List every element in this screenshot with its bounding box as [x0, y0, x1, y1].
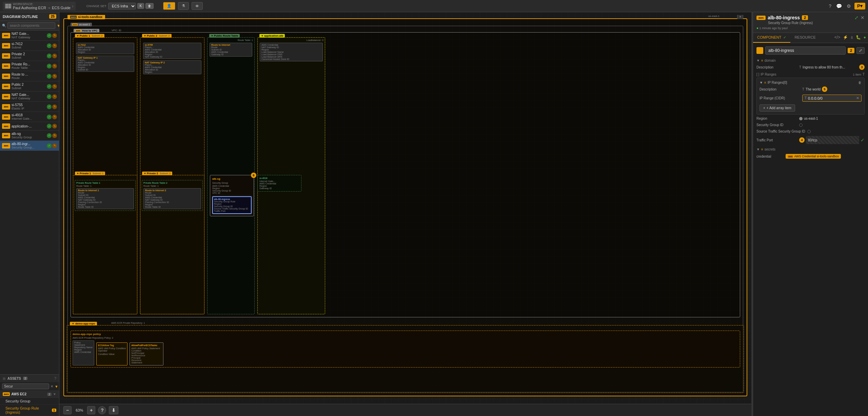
assets-filter-icon[interactable]: ▼ [55, 384, 58, 389]
asset-group-collapse-icon[interactable]: ▼ [53, 392, 56, 396]
sidebar-item-si5755[interactable]: aws si-5755 Elastic IP ✓ ✎ [0, 102, 59, 112]
ip-ranges-0-delete-icon[interactable]: 🗑 [858, 81, 862, 84]
asset-type-sgr[interactable]: Security Group Rule (Ingress) 1 [0, 405, 59, 416]
sidebar-item-nat-gateway-2[interactable]: aws NAT Gate... NAT Gateway ✓ ✎ [0, 92, 59, 102]
route-internet-2-node[interactable]: Route to Internet 2 Route Subnet ID AWS … [143, 188, 201, 209]
secrets-header[interactable]: ▼ ≡ secrets [756, 147, 865, 151]
si-action-edit[interactable]: ✎ [52, 143, 57, 148]
si-action-edit[interactable]: ✎ [52, 133, 57, 138]
add-array-item-button[interactable]: + + Add array item [760, 104, 795, 112]
debug-icon[interactable]: 🐛 [855, 34, 862, 41]
si-action-check[interactable]: ✓ [47, 94, 52, 99]
si-info: Private Ro... Route Table [12, 62, 45, 70]
sidebar-item-nat-gateway-1[interactable]: aws NAT Gate... NAT Gateway ✓ ✎ [0, 31, 59, 41]
nat-gw-ip2-node[interactable]: NAT Gateway IP 2 Planm... AWS Credential… [143, 60, 201, 74]
diff-icon[interactable]: ± [850, 34, 854, 41]
sidebar-item-alb-sg[interactable]: aws alb-sg Security Group ✓ ✎ [0, 131, 59, 141]
nav-flask-button[interactable]: ⚗ [178, 2, 189, 10]
si-action-check[interactable]: ✓ [47, 64, 52, 68]
si-action-edit[interactable]: ✎ [52, 104, 57, 109]
assets-search-input[interactable] [2, 383, 49, 389]
sidebar-item-si4918[interactable]: aws si-4918 Internet Gate... ✓ ✎ [0, 112, 59, 122]
component-check-icon: ✓ [783, 35, 786, 39]
help-button[interactable]: ? [827, 3, 833, 9]
si-action-check[interactable]: ✓ [47, 54, 52, 58]
search-bar: 🔍 ▼ [0, 21, 59, 31]
sidebar-item-public2[interactable]: aws Public 2 Subnet ✓ ✎ [0, 81, 59, 92]
sidebar-item-application-alb[interactable]: aws application-... ✓ ✎ [0, 122, 59, 131]
ip-ranges-0-header[interactable]: ▼ ≡ IP Ranges[0] 🗑 [760, 81, 862, 84]
allow-pull-node[interactable]: AllowPullForECSTasks AWS IAM Policy Stat… [130, 342, 163, 365]
si-name: Public 2 [12, 83, 45, 86]
si4918-node[interactable]: si-4918 Internet Gate... AWS Credential … [257, 175, 301, 192]
si-action-edit[interactable]: ✎ [52, 115, 57, 119]
si-action-edit[interactable]: ✎ [52, 74, 57, 79]
user-button[interactable]: P▾ [854, 3, 865, 9]
alb80-ingress-inner[interactable]: alb-80-ingress Security Group Rule Regio… [212, 196, 252, 214]
source-sg-empty-circle [807, 130, 811, 133]
si5755-node[interactable]: si-5755 Planm... AWS Credential Allocati… [143, 43, 201, 59]
canvas-area[interactable]: aws si-tools-sandbox us-east-1 + aws us-… [59, 12, 751, 416]
tab-resource[interactable]: RESOURCE [790, 33, 820, 43]
si-action-check[interactable]: ✓ [47, 84, 52, 89]
close-icon[interactable]: ✕ [51, 384, 53, 388]
route-internet-1-node[interactable]: Route to Internet 1 Route Subnet ID AWS … [76, 188, 134, 209]
si-action-edit[interactable]: ✎ [52, 33, 57, 38]
alb-inner-node[interactable]: AWS Credential NAT Gateway ID Region Loa… [260, 43, 323, 61]
nested-desc-label: Description [760, 87, 800, 91]
si-action-edit[interactable]: ✎ [52, 43, 57, 48]
si-action-edit[interactable]: ✎ [52, 64, 57, 68]
si-action-check[interactable]: ✓ [47, 104, 52, 109]
download-button[interactable]: ⬇ [109, 406, 118, 414]
sandbox-add-btn[interactable]: + [737, 15, 743, 19]
si-action-check[interactable]: ✓ [47, 74, 52, 79]
si-action-edit[interactable]: ✎ [52, 94, 57, 99]
aws-icon: aws [2, 114, 10, 120]
route-internet-node[interactable]: Route to Internet Route Subnet ID AWS Cr… [210, 43, 252, 57]
changeset-select[interactable]: ECS Infra [108, 3, 136, 9]
si-action-check[interactable]: ✓ [47, 43, 52, 48]
chat-button[interactable]: 💬 [835, 3, 843, 9]
sidebar-item-route-to[interactable]: aws Route to ... Route ✓ ✎ [0, 71, 59, 81]
component-name-input[interactable] [765, 46, 846, 55]
nav-people-button[interactable]: 👤 [163, 2, 175, 10]
qualifications-icon[interactable]: ⚡ [842, 34, 849, 41]
zoom-out-button[interactable]: − [63, 406, 72, 414]
settings-button[interactable]: ⚙ [845, 3, 852, 9]
si-action-edit[interactable]: ✎ [52, 124, 57, 128]
sidebar-item-private-route[interactable]: aws Private Ro... Route Table ✓ ✎ [0, 61, 59, 71]
assets-help-icon[interactable]: ? [54, 376, 56, 380]
sidebar-item-si7412[interactable]: aws si-7412 Subnet ✓ ✎ [0, 41, 59, 51]
code-icon[interactable]: </> [834, 34, 841, 41]
nat-gw-ip1-node[interactable]: NAT Gateway IP 1 Planm... AWS Credential… [76, 56, 134, 72]
rp-expand-icon[interactable]: ⤢ [854, 15, 859, 20]
rp-component-row: 2 ⤢ [756, 46, 865, 55]
ecs-allow-tag-node[interactable]: ECSAllow Tag AWS IAM Policy Condition Op… [96, 342, 127, 365]
cidr-input[interactable] [808, 96, 855, 100]
component-expand-btn[interactable]: ⤢ [856, 47, 865, 54]
si-action-check[interactable]: ✓ [47, 33, 52, 38]
help-circle-button[interactable]: ? [98, 406, 106, 414]
si-action-edit[interactable]: ✎ [52, 84, 57, 89]
si-action-check[interactable]: ✓ [47, 143, 52, 148]
asset-type-sg[interactable]: Security Group [0, 398, 59, 405]
tab-component[interactable]: COMPONENT ✓ [753, 33, 790, 43]
si7412-node[interactable]: si-7412 AWS Credential Allocation ID Reg… [76, 43, 134, 54]
kbd-button[interactable]: K [137, 3, 144, 9]
policy-node[interactable]: Policy Statement Repository Name Region … [73, 340, 94, 365]
rp-close-icon[interactable]: ✕ [861, 15, 865, 20]
domain-section-header[interactable]: ▼ ≡ domain [756, 59, 865, 62]
ip-ranges-0-section: ▼ ≡ IP Ranges[0] 🗑 Description T The wor… [756, 78, 865, 115]
zoom-in-button[interactable]: + [87, 406, 95, 414]
nested-description-row: Description T The world 5 [760, 86, 862, 92]
si-action-check[interactable]: ✓ [47, 124, 52, 128]
nav-eye-button[interactable]: 👁 [192, 2, 203, 10]
delete-button[interactable]: 🗑 [145, 3, 154, 9]
sidebar-item-private2[interactable]: aws Private 2 Subnet ✓ ✎ [0, 51, 59, 61]
si-action-edit[interactable]: ✎ [52, 54, 57, 58]
si-action-check[interactable]: ✓ [47, 115, 52, 119]
si-action-check[interactable]: ✓ [47, 133, 52, 138]
sidebar-item-alb80-ingress[interactable]: aws alb-80-ingr... Security Group... ✓ ✎ [0, 141, 59, 151]
search-input[interactable] [7, 22, 55, 29]
cidr-clear-icon[interactable]: ✕ [856, 96, 859, 100]
